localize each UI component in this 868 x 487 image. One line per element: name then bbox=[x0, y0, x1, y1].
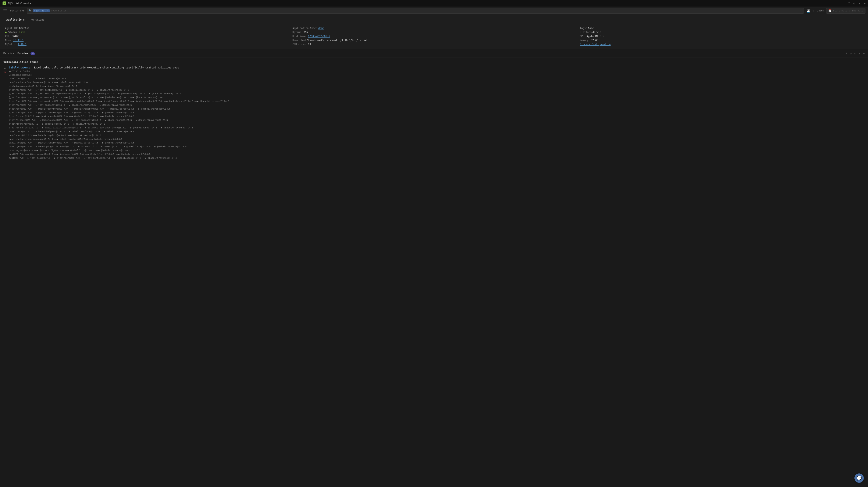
dep-chain-item: babel-core@6.26.3 ——▶ babel-traverse@6.2… bbox=[9, 77, 865, 81]
nsolid-label: N|Solid: bbox=[5, 43, 17, 46]
menu-button[interactable] bbox=[3, 9, 8, 13]
filter-bar[interactable]: 🔍 Agent ID 1 ✕ Type Filter bbox=[27, 8, 804, 13]
download-icon[interactable]: ⬇ bbox=[845, 52, 847, 55]
nsolid-logo-icon: N bbox=[3, 1, 6, 5]
vulnerabilities-title: Vulnerabilities Found bbox=[3, 60, 865, 64]
dep-chain-item: @jest/core@29.7.0 ——▶ jest-runtime@29.7.… bbox=[9, 100, 865, 103]
nav-tabs: Applications Functions bbox=[0, 15, 868, 23]
titlebar: N N|Solid Console ? ⚙ ⊞ ⊕ bbox=[0, 0, 868, 7]
hostname-value[interactable]: 02003A220500T7S bbox=[308, 35, 330, 38]
nsolid-row: N|Solid: 4.10.1 bbox=[5, 43, 288, 46]
filter-tag-label: Agent ID bbox=[34, 9, 44, 12]
calendar-icon: 📅 bbox=[828, 9, 831, 12]
dep-chain-item: babel-jest@29.7.0 ——▶ babel-plugin-istan… bbox=[9, 145, 865, 149]
agent-id-label: Agent ID: bbox=[5, 27, 18, 30]
chat-button[interactable]: 💬 bbox=[855, 474, 864, 483]
app-name-row: Application Name: demo bbox=[292, 27, 576, 30]
grid-icon[interactable]: ⊞ bbox=[859, 52, 860, 55]
dep-chain-item: @jest/core@29.7.0 ——▶ @jest/reporters@29… bbox=[9, 107, 865, 111]
tab-applications[interactable]: Applications bbox=[3, 17, 28, 23]
end-date-placeholder[interactable]: End Date bbox=[852, 9, 863, 12]
node-value[interactable]: 18.17.1 bbox=[13, 39, 24, 42]
dep-chain-item: jest@29.7.0 ——▶ jest-cli@29.7.0 ——▶ @jes… bbox=[9, 156, 865, 160]
filter-save-icon[interactable]: 💾 bbox=[807, 9, 810, 12]
pid-row: PID: 86408 bbox=[5, 35, 288, 38]
vuln-title-row: babel-traverse: Babel vulnerable to arbi… bbox=[9, 66, 865, 69]
status-label: Status: bbox=[8, 31, 19, 34]
arrow-icon: ⇄ bbox=[4, 66, 5, 69]
sub-actions: ⬇ ⚙ ⊡ ⊞ ⊟ bbox=[845, 52, 865, 55]
tags-value: None bbox=[588, 27, 594, 30]
dep-chain-item: babel-core@6.26.3 ——▶ babel-helpers@6.24… bbox=[9, 130, 865, 134]
dep-chain-item: @jest/core@29.7.0 ——▶ jest-snapshot@29.7… bbox=[9, 103, 865, 107]
agent-id-row: Agent ID: 8fdf06a bbox=[5, 27, 288, 30]
modules-count-badge: 36 bbox=[31, 52, 35, 55]
filter-tag-remove[interactable]: ✕ bbox=[47, 10, 48, 12]
date-separator: | bbox=[849, 9, 850, 12]
toolbar: Filter by: 🔍 Agent ID 1 ✕ Type Filter 💾 … bbox=[0, 7, 868, 15]
tab-functions[interactable]: Functions bbox=[28, 17, 48, 23]
cpu-cores-value: 10 bbox=[308, 43, 311, 46]
filter-history-icon[interactable]: ↺ bbox=[813, 9, 814, 12]
filter-input-placeholder[interactable]: Type Filter bbox=[51, 9, 66, 12]
status-dot-icon bbox=[5, 32, 6, 33]
start-date-placeholder[interactable]: Start Date bbox=[833, 9, 847, 12]
dep-chain-item: @jest/core@29.7.0 ——▶ jest-config@29.7.0… bbox=[9, 88, 865, 92]
search-icon: 🔍 bbox=[29, 9, 32, 12]
uptime-value: 39s bbox=[304, 31, 308, 34]
sub-tabs: Metrics Modules 36 bbox=[3, 51, 35, 56]
shield-warning-icon: 🛡 bbox=[3, 70, 6, 74]
filter-tag[interactable]: Agent ID 1 ✕ bbox=[33, 9, 50, 12]
dep-chain-item: @jest/transform@29.7.0 ——▶ babel-plugin-… bbox=[9, 126, 865, 130]
tags-row: Tags: None bbox=[580, 27, 863, 30]
expand-icon[interactable]: ⊡ bbox=[854, 52, 856, 55]
split-icon[interactable]: ⊟ bbox=[863, 52, 865, 55]
vuln-icons: ⇄ 🛡 bbox=[3, 66, 6, 160]
pid-value: 86408 bbox=[12, 35, 19, 38]
app-name-value[interactable]: demo bbox=[318, 27, 324, 30]
vuln-package-name[interactable]: babel-traverse: bbox=[9, 66, 32, 69]
subtab-metrics[interactable]: Metrics bbox=[3, 51, 14, 56]
platform-label: Platform bbox=[580, 31, 591, 34]
platform-value: darwin bbox=[592, 31, 601, 34]
status-value: Live bbox=[19, 31, 25, 34]
user-value: /opt/homebrew/Cellar/nsolid/4.10.1/bin/n… bbox=[301, 39, 367, 42]
dep-chain-item: @jest/core@29.7.0 ——▶ @jest/transform@29… bbox=[9, 111, 865, 115]
vuln-description: Babel vulnerable to arbitrary code execu… bbox=[33, 66, 179, 69]
vuln-item: ⇄ 🛡 babel-traverse: Babel vulnerable to … bbox=[3, 66, 865, 160]
subtab-modules[interactable]: Modules 36 bbox=[18, 51, 35, 56]
dep-chain-item: @jest/transform@29.7.0 ——▶ @babel/core@7… bbox=[9, 122, 865, 126]
date-label: Date: bbox=[817, 9, 824, 12]
cpu-value: Apple M1 Pro bbox=[587, 35, 604, 38]
hostname-label: Host Name: bbox=[292, 35, 307, 38]
node-row: Node: 18.17.1 bbox=[5, 39, 288, 42]
nsolid-value[interactable]: 4.10.1 bbox=[18, 43, 27, 46]
hostname-row: Host Name: 02003A220500T7S bbox=[292, 35, 576, 38]
settings-icon[interactable]: ⚙ bbox=[854, 2, 855, 5]
dep-chain-item: babel-core@6.26.3 ——▶ babel-template@6.2… bbox=[9, 134, 865, 138]
vuln-content: babel-traverse: Babel vulnerable to arbi… bbox=[9, 66, 865, 160]
more-icon[interactable]: ⊕ bbox=[864, 2, 865, 5]
pid-label: PID: bbox=[5, 35, 11, 38]
uptime-label: Uptime: bbox=[292, 31, 303, 34]
process-config-link[interactable]: Process Configuration bbox=[580, 43, 611, 46]
date-range-bar[interactable]: 📅 Start Date | End Date bbox=[826, 8, 865, 13]
dep-chain-item: @jest/core@29.7.0 ——▶ jest-runner@29.7.0… bbox=[9, 96, 865, 100]
dep-chains-list: babel-core@6.26.3 ——▶ babel-traverse@6.2… bbox=[9, 77, 865, 160]
dep-chain-item: @jest/core@29.7.0 ——▶ jest-resolve-depen… bbox=[9, 92, 865, 96]
filter-label: Filter by: bbox=[10, 9, 24, 12]
dep-chain-item: babel-jest@29.7.0 ——▶ @jest/transform@29… bbox=[9, 141, 865, 145]
config-icon[interactable]: ⚙ bbox=[850, 52, 851, 55]
dep-chain-item: @jest/globals@29.7.0 ——▶ @jest/expect@29… bbox=[9, 119, 865, 122]
agent-id-value: 8fdf06a bbox=[19, 27, 29, 30]
cpu-row: CPU: Apple M1 Pro bbox=[580, 35, 863, 38]
vulnerability-list: ⇄ 🛡 babel-traverse: Babel vulnerable to … bbox=[3, 66, 865, 160]
dep-chain-item: create-jest@29.7.0 ——▶ jest-config@29.7.… bbox=[9, 149, 865, 153]
help-icon[interactable]: ? bbox=[848, 2, 850, 5]
memory-label: Memory: bbox=[580, 39, 590, 42]
date-filter-section: Date: 📅 Start Date | End Date bbox=[817, 8, 865, 13]
sub-toolbar: Metrics Modules 36 ⬇ ⚙ ⊡ ⊞ ⊟ bbox=[0, 50, 868, 57]
dep-chain-item: @jest/expect@29.7.0 ——▶ jest-snapshot@29… bbox=[9, 115, 865, 119]
layout-icon[interactable]: ⊞ bbox=[859, 2, 860, 5]
titlebar-right: ? ⚙ ⊞ ⊕ bbox=[848, 2, 865, 5]
